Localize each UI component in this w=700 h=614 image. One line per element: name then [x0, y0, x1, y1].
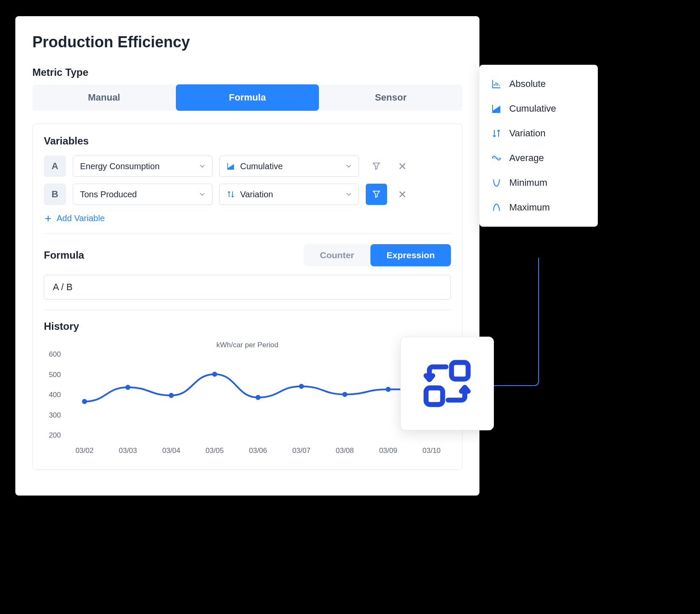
line-chart-svg: [69, 363, 447, 444]
chevron-down-icon: [346, 163, 352, 169]
add-variable-button[interactable]: Add Variable: [44, 213, 451, 223]
chevron-down-icon: [346, 191, 352, 197]
variable-agg-value: Variation: [240, 190, 273, 199]
variable-name-dropdown-b[interactable]: Tons Produced: [73, 184, 212, 205]
agg-item-absolute[interactable]: Absolute: [479, 72, 598, 96]
plus-icon: [44, 214, 52, 223]
agg-item-label: Absolute: [509, 78, 546, 89]
x-tick: 03/08: [336, 447, 354, 455]
variable-row-a: A Energy Consumption Cumulative: [44, 156, 451, 177]
transform-icon-card: [400, 337, 494, 430]
filter-button-a[interactable]: [366, 156, 387, 177]
formula-tabs: Counter Expression: [304, 244, 451, 266]
filter-icon: [372, 161, 381, 171]
variables-label: Variables: [44, 135, 451, 147]
variable-name-value: Tons Produced: [80, 190, 137, 199]
formula-tab-expression[interactable]: Expression: [370, 244, 451, 266]
y-tick: 400: [49, 391, 61, 399]
chart-point: [342, 392, 347, 397]
close-icon: [398, 190, 407, 199]
agg-item-label: Variation: [509, 128, 545, 139]
variable-badge-b: B: [44, 184, 66, 205]
chart-point: [386, 387, 391, 392]
minimum-icon: [491, 178, 502, 188]
svg-rect-0: [451, 363, 468, 379]
tab-manual[interactable]: Manual: [32, 84, 176, 111]
chevron-down-icon: [199, 191, 205, 197]
chart-legend: kWh/car per Period: [44, 341, 451, 349]
chart-point: [82, 399, 87, 404]
x-tick: 03/02: [75, 447, 94, 455]
formula-input[interactable]: A / B: [44, 275, 451, 300]
agg-item-minimum[interactable]: Minimum: [479, 170, 598, 195]
x-tick: 03/09: [379, 447, 397, 455]
variation-icon: [491, 128, 502, 138]
chart-point: [299, 384, 304, 389]
add-variable-label: Add Variable: [57, 213, 105, 223]
history-section: History kWh/car per Period 2003004005006…: [44, 320, 451, 457]
svg-rect-1: [426, 388, 443, 404]
agg-item-label: Cumulative: [509, 103, 556, 114]
divider: [44, 233, 451, 234]
x-tick: 03/07: [293, 447, 311, 455]
y-tick: 300: [49, 411, 61, 420]
connector-line: [492, 258, 551, 390]
agg-item-maximum[interactable]: Maximum: [479, 195, 598, 220]
cumulative-icon: [227, 162, 235, 170]
formula-header: Formula Counter Expression: [44, 244, 451, 266]
metric-type-tabs: Manual Formula Sensor: [32, 84, 462, 111]
agg-item-label: Minimum: [509, 177, 547, 188]
remove-variable-b[interactable]: [394, 184, 411, 205]
filter-button-b[interactable]: [366, 184, 387, 205]
variation-icon: [227, 190, 235, 199]
y-tick: 600: [49, 350, 61, 359]
x-tick: 03/03: [119, 447, 137, 455]
y-tick: 200: [49, 431, 61, 440]
agg-item-label: Maximum: [509, 202, 550, 213]
x-tick: 03/04: [162, 447, 181, 455]
transform-icon: [419, 356, 475, 411]
average-icon: [491, 153, 502, 163]
chevron-down-icon: [199, 163, 205, 169]
page-title: Production Efficiency: [32, 33, 462, 51]
filter-icon: [372, 190, 381, 199]
absolute-icon: [491, 79, 502, 89]
metric-type-label: Metric Type: [32, 66, 462, 78]
agg-item-cumulative[interactable]: Cumulative: [479, 96, 598, 121]
formula-tab-counter[interactable]: Counter: [304, 244, 370, 266]
variable-row-b: B Tons Produced Variation: [44, 184, 451, 205]
variable-agg-dropdown-b[interactable]: Variation: [219, 184, 359, 205]
variable-badge-a: A: [44, 156, 66, 177]
x-tick: 03/05: [206, 447, 224, 455]
chart-point: [212, 372, 217, 377]
chart-point: [125, 385, 130, 390]
tab-formula[interactable]: Formula: [176, 84, 319, 111]
agg-item-variation[interactable]: Variation: [479, 121, 598, 146]
remove-variable-a[interactable]: [394, 156, 411, 177]
variables-card: Variables A Energy Consumption Cumulativ…: [32, 124, 462, 470]
maximum-icon: [491, 202, 502, 213]
chart-point: [169, 393, 174, 398]
variable-name-value: Energy Consumption: [80, 161, 160, 171]
variable-agg-value: Cumulative: [240, 161, 283, 171]
variable-agg-dropdown-a[interactable]: Cumulative: [219, 156, 359, 177]
variable-name-dropdown-a[interactable]: Energy Consumption: [73, 156, 212, 177]
x-tick: 03/10: [422, 447, 441, 455]
x-tick: 03/06: [249, 447, 267, 455]
agg-item-average[interactable]: Average: [479, 146, 598, 170]
history-label: History: [44, 320, 451, 332]
history-chart: 200300400500600 03/0203/0303/0403/0503/0…: [44, 355, 451, 457]
tab-sensor[interactable]: Sensor: [319, 84, 462, 111]
divider: [44, 310, 451, 310]
formula-label: Formula: [44, 249, 84, 261]
cumulative-icon: [491, 104, 502, 114]
aggregation-menu: Absolute Cumulative Variation Average Mi…: [479, 65, 598, 227]
formula-expression-value: A / B: [53, 282, 72, 293]
y-tick: 500: [49, 371, 61, 379]
agg-item-label: Average: [509, 153, 544, 164]
chart-point: [255, 395, 261, 400]
close-icon: [398, 161, 407, 171]
